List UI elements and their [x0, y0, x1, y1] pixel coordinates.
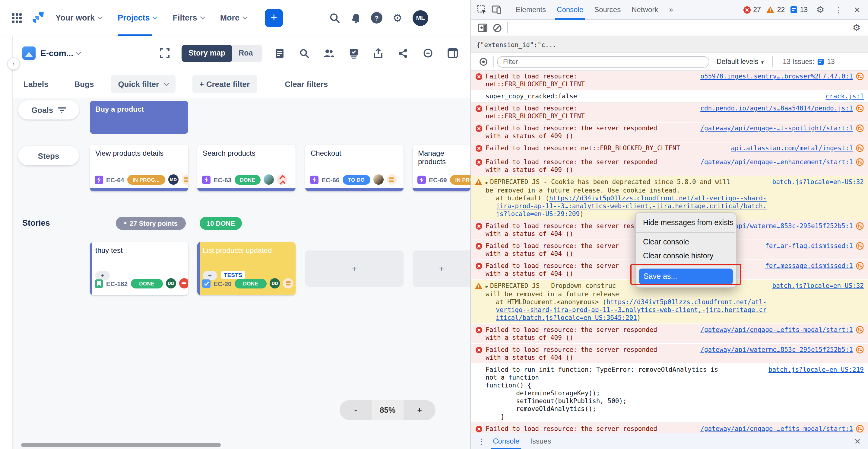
drawer-tab-issues[interactable]: Issues — [525, 433, 556, 449]
export-icon[interactable] — [372, 47, 384, 59]
source-link[interactable]: o55978.ingest.sentry….browser%2F7.47.0:1 — [700, 72, 853, 80]
add-story-placeholder[interactable]: + — [412, 250, 470, 287]
error-count-badge[interactable]: 27 — [743, 6, 761, 13]
source-link[interactable]: /gateway/api/waterme…853c-295e15f252b5:1 — [700, 346, 853, 354]
source-link[interactable]: /gateway/api/engage-…enhancement/start:1 — [700, 158, 853, 166]
drawer-tab-console[interactable]: Console — [487, 433, 525, 449]
source-link[interactable]: crack.js:1 — [826, 92, 864, 100]
inspect-element-icon[interactable] — [475, 2, 489, 17]
console-message-error[interactable]: Failed to load resource: the server resp… — [471, 423, 868, 433]
nav-item-more[interactable]: More — [220, 0, 247, 36]
filter-bugs[interactable]: Bugs — [74, 79, 94, 88]
add-story-placeholder[interactable]: + — [305, 250, 404, 287]
search-icon[interactable] — [329, 12, 341, 24]
help-icon[interactable]: ? — [371, 12, 382, 24]
adblocker-initiator-icon[interactable] — [856, 104, 864, 114]
zoom-out-button[interactable]: - — [340, 400, 372, 420]
source-link[interactable]: batch.js?locale=en-US:32 — [772, 282, 864, 290]
view-settings-icon[interactable] — [274, 47, 286, 59]
panel-icon[interactable] — [447, 47, 459, 59]
horizontal-scrollbar[interactable] — [21, 443, 221, 447]
people-icon[interactable] — [323, 47, 335, 59]
fullscreen-icon[interactable] — [159, 47, 171, 59]
menu-item-hide-messages-from-exists[interactable]: Hide messages from exists — [636, 216, 736, 230]
expand-triangle-icon[interactable]: ▶ — [486, 283, 488, 289]
menu-item-clear-console[interactable]: Clear console — [636, 235, 736, 249]
nav-item-filters[interactable]: Filters — [173, 0, 205, 36]
create-button[interactable]: + — [265, 9, 283, 27]
devtools-close-icon[interactable]: ✕ — [850, 2, 864, 17]
view-tab-roa[interactable]: Roa — [232, 44, 259, 62]
issues-counter[interactable]: 13 Issues: 13 — [783, 58, 835, 65]
project-avatar-icon[interactable] — [22, 47, 36, 60]
menu-item-save-as[interactable]: Save as... — [639, 269, 733, 284]
devtools-tab-elements[interactable]: Elements — [510, 0, 551, 20]
console-message-error[interactable]: Failed to load resource: the server resp… — [471, 122, 868, 143]
console-message-error[interactable]: Failed to load resource:net::ERR_BLOCKED… — [471, 102, 868, 122]
notifications-bell-icon[interactable] — [350, 12, 362, 24]
source-link[interactable]: /gateway/api/engage-…efits-modal/start:1 — [700, 425, 853, 433]
devtools-menu-kebab-icon[interactable]: ⋮ — [833, 5, 844, 14]
user-avatar[interactable]: ML — [412, 10, 428, 26]
nav-item-your-work[interactable]: Your work — [56, 0, 102, 36]
step-card[interactable]: View products detailsEC-64IN PROG...MD — [90, 145, 188, 191]
menu-item-clear-console-history[interactable]: Clear console history — [636, 249, 736, 263]
expand-sidebar-button[interactable]: › — [7, 57, 20, 70]
assignee-avatar[interactable]: MD — [168, 174, 179, 185]
clear-console-icon[interactable] — [490, 21, 504, 35]
default-levels-dropdown[interactable]: Default levels ▼ — [717, 58, 765, 65]
goals-row-label[interactable]: Goals — [18, 100, 79, 119]
assignee-avatar[interactable]: DD — [270, 278, 280, 289]
feedback-icon[interactable] — [422, 47, 434, 59]
assignee-avatar[interactable] — [264, 174, 274, 185]
steps-row-label[interactable]: Steps — [18, 146, 79, 166]
drawer-menu-kebab-icon[interactable]: ⋮ — [476, 437, 487, 446]
zoom-in-button[interactable]: + — [404, 400, 435, 420]
settings-gear-icon[interactable]: ⚙ — [392, 12, 404, 24]
filter-labels[interactable]: Labels — [24, 79, 48, 88]
console-filter-input[interactable] — [497, 56, 709, 67]
console-settings-gear-icon[interactable]: ⚙ — [849, 21, 864, 35]
console-message-error[interactable]: Failed to load resource: the server resp… — [471, 156, 868, 176]
console-message-error[interactable]: Failed to load resource:net::ERR_BLOCKED… — [471, 70, 868, 91]
story-card[interactable]: List products updated+TESTSEC-20DONEDD — [197, 242, 296, 295]
message-count-badge[interactable]: 13 — [790, 6, 808, 13]
console-message-error[interactable]: Failed to load resource: net::ERR_BLOCKE… — [471, 143, 868, 156]
console-message-log[interactable]: Failed to run init function: TypeError: … — [471, 364, 868, 423]
adblocker-initiator-icon[interactable] — [856, 124, 864, 134]
source-link[interactable]: fer…message.dismissed:1 — [765, 262, 853, 270]
console-context-bar[interactable]: {"extension_id":"c... — [471, 36, 868, 53]
drawer-close-icon[interactable]: ✕ — [852, 437, 863, 446]
source-link[interactable]: /gateway/api/engage-…efits-modal/start:1 — [700, 326, 853, 334]
step-card[interactable]: Search productsEC-63DONE — [197, 145, 296, 191]
source-link[interactable]: batch.js?locale=en-US:32 — [772, 178, 864, 186]
story-card[interactable]: thuy test+EC-182DONEDD — [90, 242, 188, 295]
assignee-avatar[interactable]: DD — [166, 278, 176, 289]
adblocker-initiator-icon[interactable] — [856, 144, 864, 154]
dock-sidebar-icon[interactable] — [475, 21, 490, 35]
source-link[interactable]: api.atlassian.com/metal/ingest:1 — [731, 144, 853, 152]
quick-filter-button[interactable]: Quick filter — [111, 75, 175, 93]
expand-triangle-icon[interactable]: ▶ — [486, 180, 488, 185]
source-link[interactable]: batch.js?locale=en-US:219 — [769, 366, 864, 373]
more-tabs-icon[interactable]: » — [663, 0, 678, 20]
step-card[interactable]: Manage productsEC-69IN PROG... — [412, 145, 470, 191]
adblocker-initiator-icon[interactable] — [856, 72, 864, 82]
step-card[interactable]: CheckoutEC-66TO DO — [305, 145, 404, 191]
adblocker-initiator-icon[interactable] — [856, 222, 864, 232]
devtools-tab-console[interactable]: Console — [551, 0, 589, 20]
console-message-error[interactable]: Failed to load resource: the server resp… — [471, 344, 868, 364]
devtools-tab-sources[interactable]: Sources — [589, 0, 626, 20]
source-link[interactable]: /gateway/api/engage-…t-spotlight/start:1 — [700, 124, 853, 132]
nav-item-projects[interactable]: Projects — [118, 0, 157, 36]
devtools-tab-network[interactable]: Network — [626, 0, 663, 20]
adblocker-initiator-icon[interactable] — [856, 425, 864, 433]
view-tab-story-map[interactable]: Story map — [182, 44, 232, 62]
clear-filters-link[interactable]: Clear filters — [285, 79, 328, 88]
live-expression-eye-icon[interactable] — [476, 54, 490, 69]
adblocker-initiator-icon[interactable] — [856, 326, 864, 335]
adblocker-initiator-icon[interactable] — [856, 262, 864, 272]
create-filter-button[interactable]: + Create filter — [192, 75, 257, 93]
console-message-log[interactable]: super_copy_cracked:falsecrack.js:1 — [471, 91, 868, 102]
console-message-error[interactable]: Failed to load resource: the server resp… — [471, 324, 868, 344]
